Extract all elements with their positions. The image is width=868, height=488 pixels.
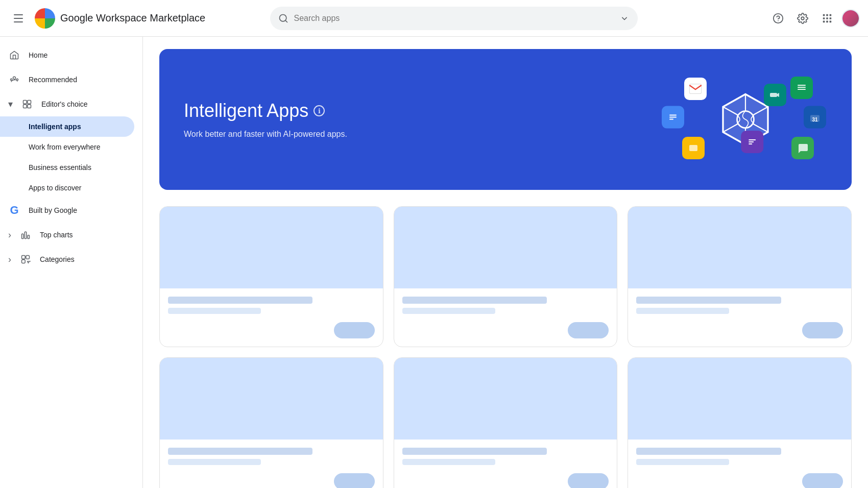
sidebar-item-business-essentials[interactable]: Business essentials (0, 157, 134, 178)
sidebar-item-intelligent-apps[interactable]: Intelligent apps (0, 116, 134, 137)
app-title: Google Workspace Marketplace (60, 12, 205, 24)
main-layout: Home Recommended ▾ (0, 37, 868, 488)
svg-rect-17 (28, 105, 31, 108)
hero-illustration: 31 (664, 74, 827, 165)
app-logo (35, 8, 55, 29)
tasks-floating-icon (741, 131, 763, 153)
settings-icon (797, 13, 808, 24)
svg-rect-10 (830, 20, 832, 22)
search-icon (278, 13, 288, 23)
avatar-image (842, 10, 859, 27)
card-title-skeleton (636, 297, 781, 304)
sidebar-item-categories[interactable]: › Categories (0, 247, 134, 272)
app-card[interactable] (394, 357, 618, 488)
recommended-icon (8, 74, 20, 86)
svg-rect-4 (830, 14, 832, 16)
svg-point-12 (11, 79, 12, 80)
svg-rect-36 (669, 119, 673, 120)
card-button-skeleton (334, 473, 375, 488)
svg-rect-45 (749, 141, 754, 142)
sidebar-item-editors-choice-label: Editor's choice (41, 100, 88, 108)
app-card[interactable] (628, 357, 852, 488)
header-left: Google Workspace Marketplace (8, 8, 205, 29)
sidebar-item-home-label: Home (29, 51, 47, 59)
chart-icon (19, 229, 32, 241)
chevron-right-icon-2: › (8, 254, 11, 265)
svg-rect-7 (830, 17, 832, 19)
sidebar-item-built-by-google[interactable]: G Built by Google (0, 198, 134, 223)
svg-rect-35 (669, 117, 677, 118)
svg-rect-46 (749, 143, 752, 144)
card-image (628, 207, 851, 288)
card-body (394, 288, 617, 347)
hamburger-button[interactable] (8, 8, 29, 29)
sidebar-item-top-charts[interactable]: › Top charts (0, 223, 134, 247)
hero-title-text: Intelligent Apps (184, 100, 308, 121)
main-content: Intelligent Apps ℹ Work better and faste… (143, 37, 868, 488)
svg-rect-14 (23, 101, 27, 104)
categories-icon (19, 253, 32, 265)
svg-point-11 (13, 77, 16, 79)
help-button[interactable] (768, 8, 788, 29)
card-button-skeleton (334, 322, 375, 338)
settings-button[interactable] (792, 8, 813, 29)
sidebar-item-business-essentials-label: Business essentials (29, 163, 91, 172)
sidebar-item-apps-to-discover[interactable]: Apps to discover (0, 178, 134, 198)
hero-text-area: Intelligent Apps ℹ Work better and faste… (184, 100, 347, 139)
card-image (394, 358, 617, 440)
sidebar-item-recommended[interactable]: Recommended (0, 67, 134, 92)
svg-rect-15 (28, 101, 31, 104)
svg-text:31: 31 (812, 117, 818, 123)
meet-floating-icon (764, 84, 786, 106)
svg-rect-16 (23, 105, 27, 108)
card-title-skeleton (402, 448, 547, 455)
svg-rect-20 (28, 235, 29, 239)
card-title-skeleton (168, 297, 312, 304)
card-subtitle-skeleton (168, 308, 261, 314)
svg-rect-30 (798, 85, 806, 86)
svg-rect-9 (826, 20, 828, 22)
sidebar-item-intelligent-apps-label: Intelligent apps (29, 123, 81, 131)
user-avatar[interactable] (841, 9, 860, 28)
home-icon (8, 49, 20, 61)
search-bar (270, 7, 638, 30)
docs-floating-icon (662, 106, 684, 129)
svg-rect-44 (749, 139, 756, 140)
sidebar-item-apps-to-discover-label: Apps to discover (29, 184, 82, 192)
sidebar: Home Recommended ▾ (0, 37, 143, 488)
sidebar-item-built-by-google-label: Built by Google (29, 206, 77, 214)
chevron-right-icon: › (8, 230, 11, 240)
app-card[interactable] (159, 206, 383, 347)
svg-rect-6 (826, 17, 828, 19)
header-actions (768, 8, 860, 29)
app-card[interactable] (159, 357, 383, 488)
card-body (160, 440, 383, 488)
card-subtitle-skeleton (402, 308, 495, 314)
apps-grid-button[interactable] (817, 8, 837, 29)
card-subtitle-skeleton (168, 459, 261, 465)
app-card[interactable] (394, 206, 618, 347)
info-icon[interactable]: ℹ (314, 105, 325, 116)
card-title-skeleton (636, 448, 781, 455)
svg-point-1 (778, 20, 779, 21)
search-input[interactable] (294, 14, 614, 23)
editor-icon (21, 98, 33, 110)
search-dropdown-icon[interactable] (619, 13, 630, 23)
google-icon: G (8, 204, 20, 216)
svg-rect-8 (823, 20, 825, 22)
svg-rect-18 (22, 234, 23, 238)
sidebar-item-top-charts-label: Top charts (40, 231, 73, 239)
svg-rect-31 (798, 87, 806, 88)
card-button-skeleton (568, 322, 609, 338)
card-title-skeleton (168, 448, 312, 455)
sidebar-item-home[interactable]: Home (0, 43, 134, 67)
app-card[interactable] (628, 206, 852, 347)
card-image (628, 358, 851, 440)
svg-rect-3 (826, 14, 828, 16)
sidebar-item-work-from-everywhere[interactable]: Work from everywhere (0, 137, 134, 157)
card-subtitle-skeleton (636, 308, 729, 314)
hero-subtitle: Work better and faster with AI-powered a… (184, 130, 347, 139)
sidebar-item-editors-choice[interactable]: ▾ Editor's choice (0, 92, 134, 116)
card-body (394, 440, 617, 488)
card-body (160, 288, 383, 347)
